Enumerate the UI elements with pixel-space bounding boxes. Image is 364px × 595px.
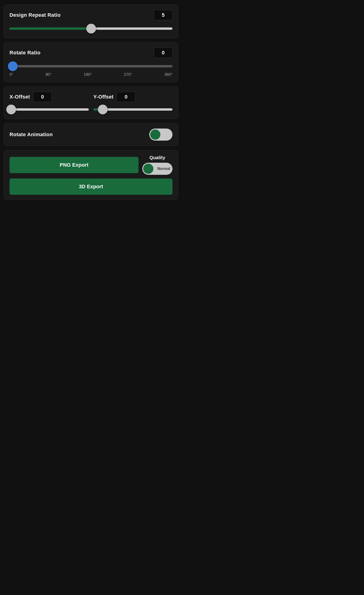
x-offset-track xyxy=(9,108,89,111)
tick-180: 180° xyxy=(84,72,92,77)
quality-knob xyxy=(143,164,153,174)
offset-sliders-row: X-Offset 0 Y-Offset 0 xyxy=(9,92,172,114)
x-offset-value[interactable]: 0 xyxy=(33,92,52,102)
quality-value: Normal xyxy=(157,167,170,171)
offset-panel: X-Offset 0 Y-Offset 0 xyxy=(4,86,178,119)
rotate-ratio-track xyxy=(9,65,172,67)
y-offset-thumb[interactable] xyxy=(98,105,108,114)
rotate-animation-knob xyxy=(150,129,160,140)
rotate-ratio-thumb[interactable] xyxy=(8,61,18,71)
rotate-ratio-value[interactable]: 0 xyxy=(154,48,172,58)
x-offset-label: X-Offset xyxy=(9,94,30,100)
export-top-row: PNG Export Quality Normal xyxy=(9,155,172,175)
design-repeat-label: Design Repeat Ratio xyxy=(9,12,61,18)
y-offset-value[interactable]: 0 xyxy=(117,92,135,102)
rotate-ratio-header: Rotate Ratio 0 xyxy=(9,48,172,58)
export-panel: PNG Export Quality Normal 3D Export xyxy=(4,150,178,200)
tick-270: 270° xyxy=(124,72,132,77)
design-repeat-thumb[interactable] xyxy=(86,24,96,34)
design-repeat-slider[interactable] xyxy=(9,24,172,33)
y-offset-label: Y-Offset xyxy=(93,94,114,100)
rotate-animation-panel: Rotate Animation xyxy=(4,123,178,146)
png-export-button[interactable]: PNG Export xyxy=(9,157,139,173)
y-offset-item: Y-Offset 0 xyxy=(93,92,173,114)
tick-0: 0° xyxy=(9,72,13,77)
rotate-ratio-panel: Rotate Ratio 0 0° 90° 180° 270° 360° xyxy=(4,42,178,82)
y-offset-slider[interactable] xyxy=(93,105,173,114)
design-repeat-header: Design Repeat Ratio 5 xyxy=(9,10,172,20)
x-offset-slider[interactable] xyxy=(9,105,89,114)
design-repeat-panel: Design Repeat Ratio 5 xyxy=(4,5,178,38)
tick-90: 90° xyxy=(46,72,52,77)
rotate-ratio-slider[interactable] xyxy=(9,62,172,71)
y-offset-header: Y-Offset 0 xyxy=(93,92,173,102)
rotate-ratio-label: Rotate Ratio xyxy=(9,50,40,56)
tick-360: 360° xyxy=(164,72,172,77)
rotate-animation-toggle[interactable] xyxy=(149,128,172,141)
quality-label: Quality xyxy=(150,155,165,160)
rotate-tick-labels: 0° 90° 180° 270° 360° xyxy=(9,72,172,77)
rotate-animation-row: Rotate Animation xyxy=(9,128,172,141)
design-repeat-value[interactable]: 5 xyxy=(154,10,172,20)
x-offset-item: X-Offset 0 xyxy=(9,92,89,114)
x-offset-thumb[interactable] xyxy=(6,105,16,114)
rotate-animation-label: Rotate Animation xyxy=(9,132,53,138)
quality-section: Quality Normal xyxy=(142,155,172,175)
quality-toggle[interactable]: Normal xyxy=(142,163,172,175)
export-3d-button[interactable]: 3D Export xyxy=(9,178,172,195)
x-offset-header: X-Offset 0 xyxy=(9,92,89,102)
design-repeat-fill xyxy=(9,28,91,30)
